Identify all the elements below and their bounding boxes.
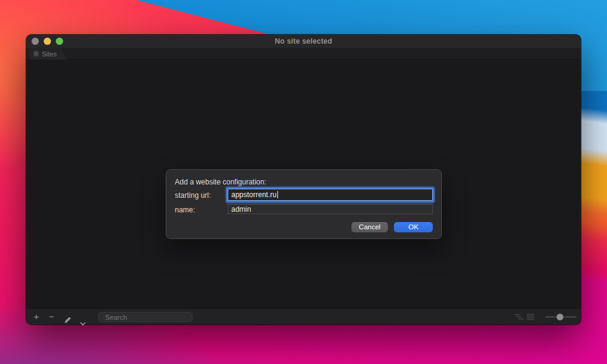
status-toolbar: + − (26, 308, 581, 325)
add-button[interactable]: + (31, 309, 42, 325)
starting-url-label: starting url: (175, 191, 211, 200)
tab-label: Sites (42, 50, 56, 58)
remove-button[interactable]: − (46, 309, 57, 325)
search-input[interactable] (105, 314, 198, 321)
app-window: No site selected Sites Add a website con… (26, 35, 581, 325)
view-compact-icon[interactable] (515, 314, 523, 320)
starting-url-input[interactable]: appstorrent.ru (228, 189, 433, 201)
starting-url-value: appstorrent.ru (231, 190, 277, 199)
site-list-icon (33, 51, 39, 56)
desktop: No site selected Sites Add a website con… (0, 0, 607, 364)
view-list-icon[interactable] (526, 314, 535, 320)
expand-button[interactable] (78, 309, 87, 325)
name-input[interactable]: admin (228, 204, 433, 214)
search-field[interactable] (98, 312, 192, 322)
name-label: name: (175, 206, 195, 214)
tab-bar: Sites (26, 48, 581, 59)
name-value: admin (231, 205, 251, 214)
pencil-icon (64, 316, 72, 324)
slider-knob[interactable] (557, 314, 563, 320)
content-area: Add a website configuration: starting ur… (26, 59, 581, 308)
edit-button[interactable] (62, 309, 73, 325)
text-caret (277, 191, 279, 198)
titlebar: No site selected (26, 35, 581, 48)
ok-button[interactable]: OK (394, 222, 433, 232)
zoom-slider[interactable] (545, 316, 577, 318)
add-site-dialog: Add a website configuration: starting ur… (166, 169, 442, 239)
window-title: No site selected (26, 35, 581, 48)
cancel-button[interactable]: Cancel (351, 222, 388, 232)
chevron-down-icon (80, 322, 86, 326)
dialog-title: Add a website configuration: (175, 178, 266, 186)
tab-sites[interactable]: Sites (29, 48, 67, 59)
